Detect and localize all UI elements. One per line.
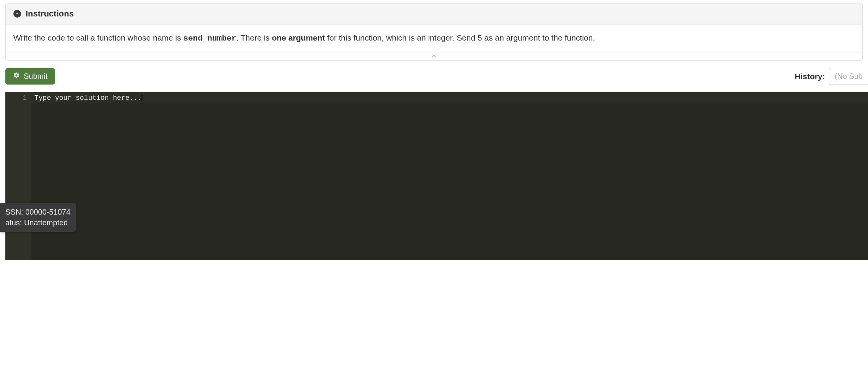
code-editor[interactable]: 1 Type your solution here... bbox=[5, 92, 868, 260]
tooltip-ssn: SSN: 00000-51074 bbox=[5, 207, 70, 217]
instructions-header[interactable]: Instructions bbox=[6, 3, 862, 24]
history-select[interactable]: (No Sub bbox=[829, 68, 868, 85]
status-tooltip: SSN: 00000-51074 atus: Unattempted bbox=[0, 203, 76, 232]
expand-bar[interactable] bbox=[6, 52, 862, 60]
history-placeholder: (No Sub bbox=[835, 72, 863, 80]
instructions-bold: one argument bbox=[272, 33, 325, 42]
instructions-text-part2: . There is bbox=[236, 33, 272, 42]
editor-code-area[interactable]: Type your solution here... bbox=[31, 92, 868, 260]
tooltip-status: atus: Unattempted bbox=[5, 217, 70, 228]
instructions-text-part1: Write the code to call a function whose … bbox=[13, 33, 183, 42]
double-chevron-down-icon bbox=[431, 53, 437, 60]
active-line-highlight bbox=[31, 93, 868, 103]
instructions-title: Instructions bbox=[26, 9, 74, 19]
history-section: History: (No Sub bbox=[795, 68, 868, 85]
editor-gutter: 1 bbox=[5, 92, 31, 260]
instructions-text-part3: for this function, which is an integer. … bbox=[325, 33, 595, 42]
instructions-body: Write the code to call a function whose … bbox=[6, 24, 862, 52]
submit-label: Submit bbox=[24, 72, 47, 81]
instructions-panel: Instructions Write the code to call a fu… bbox=[5, 3, 863, 61]
line-number-1: 1 bbox=[7, 93, 27, 103]
function-name-code: send_number bbox=[183, 34, 236, 43]
submit-button[interactable]: Submit bbox=[5, 68, 55, 85]
gear-icon bbox=[13, 72, 20, 81]
toolbar: Submit History: (No Sub bbox=[0, 61, 868, 92]
history-label: History: bbox=[795, 72, 825, 81]
chevron-down-circle-icon bbox=[13, 10, 21, 18]
